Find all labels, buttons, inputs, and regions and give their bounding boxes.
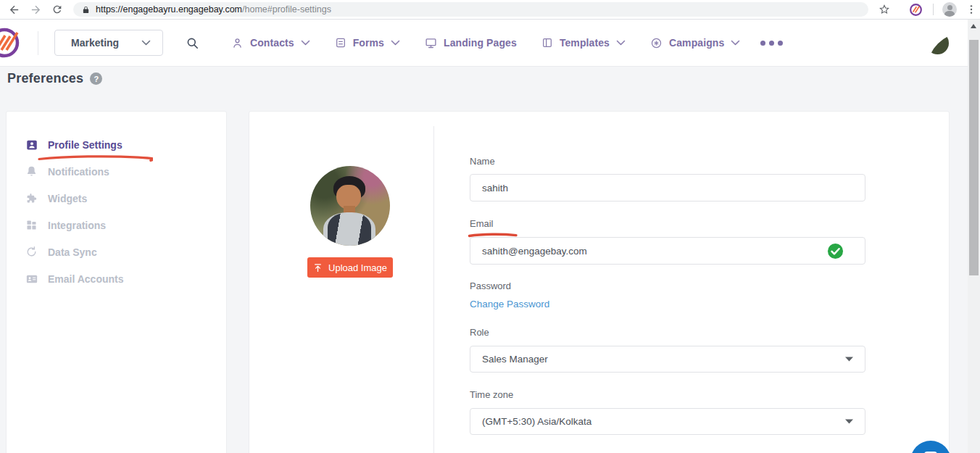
role-select[interactable]: Sales Manager	[470, 346, 865, 373]
blocks-icon	[25, 219, 38, 231]
red-annotation-underline	[37, 154, 153, 162]
profile-settings-panel: Upload Image Name Email Password Change …	[249, 111, 950, 453]
engagebay-extension-icon[interactable]	[909, 3, 923, 17]
app-navbar: Marketing Contacts Forms	[0, 20, 968, 67]
page-title: Preferences	[7, 71, 83, 86]
contact-card-icon	[25, 273, 38, 286]
monitor-icon	[425, 37, 437, 49]
sidebar-item-label: Data Sync	[48, 246, 97, 258]
sidebar-item-label: Email Accounts	[48, 273, 124, 285]
browser-profile-icon[interactable]	[942, 2, 957, 17]
person-icon	[231, 37, 244, 49]
email-label: Email	[470, 218, 494, 229]
timezone-value: (GMT+5:30) Asia/Kolkata	[482, 416, 591, 427]
upload-image-button[interactable]: Upload Image	[307, 257, 393, 278]
email-input[interactable]	[470, 237, 865, 265]
browser-toolbar: https://engagebayru.engagebay.com/home#p…	[0, 0, 980, 20]
timezone-select[interactable]: (GMT+5:30) Asia/Kolkata	[470, 408, 865, 435]
bell-icon	[25, 165, 38, 178]
caret-down-icon	[845, 419, 853, 424]
sidebar-item-label: Notifications	[48, 166, 109, 178]
name-label: Name	[470, 156, 495, 167]
sidebar-item-integrations[interactable]: Integrations	[7, 212, 226, 238]
puzzle-icon	[25, 192, 38, 205]
panel-divider	[433, 126, 434, 453]
sidebar-item-data-sync[interactable]: Data Sync	[7, 238, 226, 265]
product-switcher-label: Marketing	[71, 37, 119, 49]
campaign-icon	[650, 37, 663, 49]
help-icon[interactable]: ?	[90, 72, 102, 85]
chevron-down-icon	[141, 40, 151, 46]
role-value: Sales Manager	[482, 354, 548, 365]
navbar-divider	[38, 31, 38, 55]
page-scrollbar[interactable]	[968, 20, 980, 453]
nav-label: Forms	[353, 37, 384, 49]
bookmark-star-icon[interactable]	[879, 4, 890, 15]
nav-label: Contacts	[250, 37, 294, 49]
search-icon[interactable]	[186, 36, 199, 50]
nav-label: Campaigns	[669, 37, 724, 49]
sidebar-item-label: Widgets	[48, 193, 87, 204]
sidebar-item-label: Integrations	[48, 220, 106, 231]
browser-back-icon[interactable]	[7, 3, 20, 16]
nav-more-menu-icon[interactable]	[760, 41, 783, 46]
profile-badge-icon	[25, 138, 38, 151]
nav-item-forms[interactable]: Forms	[335, 37, 400, 49]
user-avatar[interactable]	[926, 32, 949, 54]
change-password-link[interactable]: Change Password	[470, 299, 549, 309]
caret-down-icon	[845, 357, 853, 362]
preferences-sidebar: Profile Settings Notifications Widgets I…	[6, 111, 227, 453]
chevron-down-icon	[301, 40, 310, 46]
engagebay-logo[interactable]	[0, 27, 20, 59]
form-icon	[335, 37, 346, 49]
layout-icon	[541, 37, 553, 49]
browser-menu-icon[interactable]	[966, 4, 977, 15]
timezone-label: Time zone	[470, 389, 513, 400]
profile-photo	[310, 166, 390, 246]
name-input[interactable]	[470, 174, 865, 201]
address-bar[interactable]: https://engagebayru.engagebay.com/home#p…	[73, 2, 868, 17]
product-switcher-button[interactable]: Marketing	[54, 30, 163, 56]
nav-label: Landing Pages	[444, 37, 517, 49]
url-text: https://engagebayru.engagebay.com/home#p…	[96, 4, 331, 14]
scrollbar-thumb[interactable]	[969, 40, 979, 275]
chevron-down-icon	[616, 40, 626, 46]
upload-icon	[313, 263, 323, 273]
scrollbar-up-arrow[interactable]	[971, 24, 976, 28]
nav-item-contacts[interactable]: Contacts	[231, 37, 310, 49]
chevron-down-icon	[731, 40, 740, 46]
nav-label: Templates	[560, 37, 610, 49]
lock-icon	[82, 5, 90, 14]
sidebar-item-widgets[interactable]: Widgets	[7, 185, 226, 212]
browser-forward-icon[interactable]	[29, 3, 42, 16]
nav-item-templates[interactable]: Templates	[541, 37, 626, 49]
browser-reload-icon[interactable]	[51, 3, 64, 16]
upload-image-label: Upload Image	[328, 262, 387, 273]
sync-icon	[25, 246, 38, 258]
nav-item-landing-pages[interactable]: Landing Pages	[425, 37, 517, 49]
nav-item-campaigns[interactable]: Campaigns	[650, 37, 740, 49]
sidebar-item-email-accounts[interactable]: Email Accounts	[7, 265, 226, 292]
password-label: Password	[470, 280, 511, 291]
verified-check-icon	[827, 243, 844, 259]
role-label: Role	[470, 327, 489, 338]
chevron-down-icon	[391, 40, 400, 46]
toolbar-separator	[933, 4, 934, 15]
sidebar-item-label: Profile Settings	[48, 139, 122, 151]
